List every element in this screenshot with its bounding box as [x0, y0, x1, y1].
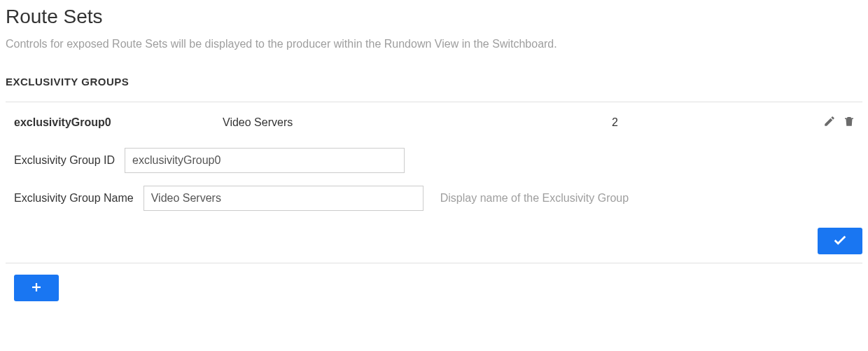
exclusivity-group-id-field-row: Exclusivity Group ID: [6, 148, 862, 173]
exclusivity-group-id-label: Exclusivity Group ID: [14, 154, 115, 167]
trash-icon: [843, 115, 855, 130]
delete-button[interactable]: [841, 113, 857, 131]
exclusivity-group-name-hint: Display name of the Exclusivity Group: [440, 192, 629, 205]
group-name-summary: Video Servers: [223, 116, 612, 129]
exclusivity-group-name-label: Exclusivity Group Name: [14, 192, 134, 205]
edit-button[interactable]: [822, 113, 837, 131]
group-actions: [822, 113, 862, 131]
confirm-button[interactable]: [818, 228, 862, 254]
bottom-actions: [6, 275, 862, 301]
bottom-divider: [6, 263, 862, 263]
add-button[interactable]: [14, 275, 59, 301]
exclusivity-group-row: exclusivityGroup0 Video Servers 2: [6, 113, 862, 131]
exclusivity-group-id-input[interactable]: [125, 148, 405, 173]
section-divider: [6, 102, 862, 102]
pencil-icon: [823, 115, 836, 130]
confirm-row: [6, 228, 862, 254]
group-id-summary: exclusivityGroup0: [6, 116, 223, 129]
check-icon: [832, 233, 848, 250]
page-title: Route Sets: [6, 6, 862, 28]
exclusivity-groups-header: EXCLUSIVITY GROUPS: [6, 76, 862, 88]
plus-icon: [30, 281, 43, 296]
exclusivity-group-name-input[interactable]: [144, 186, 424, 211]
group-count-summary: 2: [612, 116, 822, 129]
page-description: Controls for exposed Route Sets will be …: [6, 38, 862, 50]
exclusivity-group-name-field-row: Exclusivity Group Name Display name of t…: [6, 186, 862, 211]
